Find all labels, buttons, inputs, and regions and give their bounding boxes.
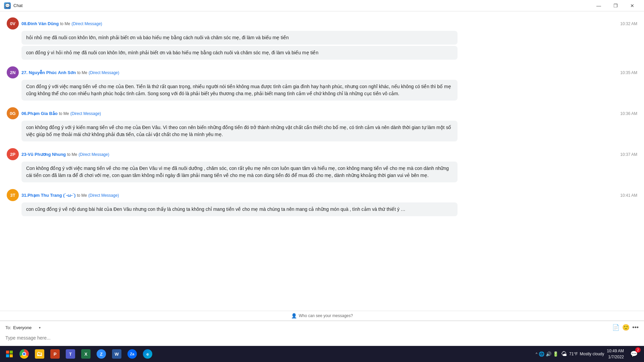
to-me-label: to Me [59,111,69,116]
message-row: 3T31.Phạm Thu Trang (´-ω-`)to Me(Direct … [0,187,644,220]
clock-date: 1/7/2022 [607,354,624,360]
message-bubble: Con đồng ý với việc mang tiền về cho mẹ … [21,80,458,101]
message-bubble: con cũng đồng ý về nội dung bài hát của … [21,202,458,216]
file-attach-button[interactable]: 📄 [612,324,620,331]
notification-center[interactable]: 💬 2 [627,347,641,361]
emoji-button[interactable]: 🙂 [622,324,630,331]
title-bar: 💬 Chat — ❐ ✕ [0,0,644,11]
message-timestamp: 10:41 AM [620,193,637,198]
tray-arrow[interactable]: ^ [536,352,537,356]
sender-name[interactable]: 27. Nguyễn Phúc Anh Sơn [21,70,76,75]
svg-rect-1 [10,351,13,354]
message-row: 0V08.Đinh Văn Dũngto Me(Direct Message)1… [0,15,644,63]
notification-badge: 2 [635,347,641,353]
direct-message-label: (Direct Message) [71,21,102,26]
maximize-button[interactable]: ❐ [608,0,623,11]
tray-volume[interactable]: 🔊 [546,351,551,357]
visibility-icon: 👤 [291,313,297,318]
weather-condition: Mostly cloudy [580,352,604,356]
taskbar-word[interactable]: W [109,347,124,361]
to-label: To: [5,325,11,330]
to-me-label: to Me [60,21,70,26]
taskbar-edge[interactable]: e [140,347,155,361]
svg-rect-2 [6,354,9,357]
visibility-text: Who can see your messages? [299,313,353,318]
message-input[interactable] [5,335,639,341]
start-button[interactable] [3,347,16,361]
taskbar-chrome[interactable] [17,347,32,361]
chat-area: 0V08.Đinh Văn Dũngto Me(Direct Message)1… [0,11,644,311]
tray-network: 🌐 [539,351,544,357]
message-bubble: con không đồng ý với ý kiến mang tiền về… [21,121,458,141]
direct-message-label: (Direct Message) [89,70,119,75]
svg-rect-3 [10,354,13,357]
taskbar-zalo[interactable]: Za [125,347,140,361]
sender-name[interactable]: 31.Phạm Thu Trang (´-ω-`) [21,193,75,198]
app-icon: 💬 [4,2,11,9]
message-bubble: hỏi nhỏ mẹ đã nuôi con khôn lớn, mình ph… [21,31,458,45]
clock-time: 10:49 AM [607,348,624,354]
tray-battery: 🔋 [553,351,558,357]
close-button[interactable]: ✕ [625,0,640,11]
avatar: 2N [7,66,19,78]
taskbar-zoom[interactable]: Z [94,347,109,361]
avatar: 2P [7,148,19,160]
visibility-bar: 👤 Who can see your messages? [0,311,644,321]
taskbar-excel[interactable]: X [78,347,93,361]
sender-name[interactable]: 06.Phạm Gia Bảo [21,111,58,116]
sys-tray: ^ 🌐 🔊 🔋 [536,351,558,357]
to-me-label: to Me [67,152,77,157]
input-area: To: Everyone ▾ 📄 🙂 ••• [0,321,644,346]
message-row: 2P23-Vũ Phương Nhungto Me(Direct Message… [0,146,644,186]
temperature: 71°F [569,352,578,356]
window-title: Chat [13,3,22,8]
dropdown-arrow-icon: ▾ [39,326,41,329]
message-bubble: con đồng ý vì hỏi nhỏ mẹ đã nuôi con khô… [21,46,458,60]
message-timestamp: 10:35 AM [620,70,637,75]
message-timestamp: 10:37 AM [620,152,637,157]
avatar: 0G [7,107,19,119]
taskbar-powerpoint[interactable]: P [48,347,62,361]
direct-message-label: (Direct Message) [78,152,109,157]
taskbar-explorer[interactable]: 🗂 [32,347,47,361]
svg-rect-0 [6,351,9,354]
message-row: 2N27. Nguyễn Phúc Anh Sơnto Me(Direct Me… [0,64,644,104]
direct-message-label: (Direct Message) [88,193,119,198]
weather-widget: 🌤 71°F Mostly cloudy [561,351,604,358]
more-options-button[interactable]: ••• [632,324,639,331]
message-timestamp: 10:32 AM [620,21,637,26]
message-timestamp: 10:36 AM [620,111,637,116]
taskbar: 🗂 P T X Z W Za e ^ 🌐 🔊 🔋 🌤 71°F [0,346,644,362]
weather-icon: 🌤 [561,351,567,358]
minimize-button[interactable]: — [591,0,606,11]
sender-name[interactable]: 08.Đinh Văn Dũng [21,21,59,26]
to-me-label: to Me [77,193,87,198]
clock[interactable]: 10:49 AM 1/7/2022 [607,348,624,360]
taskbar-teams[interactable]: T [63,347,78,361]
avatar: 0V [7,17,19,29]
message-row: 0G06.Phạm Gia Bảoto Me(Direct Message)10… [0,105,644,145]
sender-name[interactable]: 23-Vũ Phương Nhung [21,152,66,157]
direct-message-label: (Direct Message) [70,111,101,116]
to-me-label: to Me [77,70,87,75]
recipient-select[interactable]: Everyone [13,325,37,330]
message-bubble: Con không đồng ý với việc mang tiền về c… [21,162,458,182]
avatar: 3T [7,189,19,201]
